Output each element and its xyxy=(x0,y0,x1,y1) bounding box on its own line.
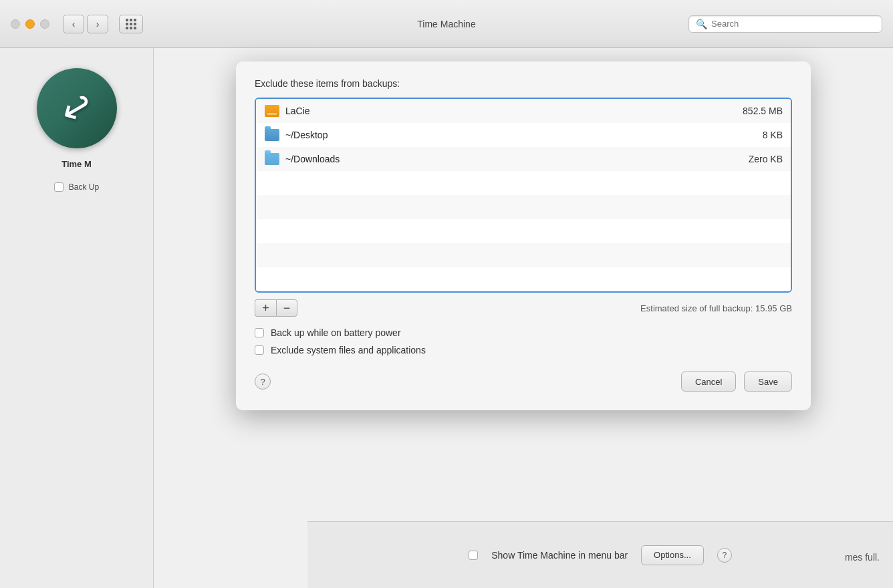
list-item-empty xyxy=(256,219,791,243)
window-title: Time Machine xyxy=(417,19,475,29)
search-box[interactable]: 🔍 xyxy=(688,15,882,33)
titlebar: ‹ › Time Machine 🔍 xyxy=(0,0,893,48)
file-name: ~/Desktop xyxy=(285,130,763,140)
folder-icon xyxy=(264,128,280,142)
save-button[interactable]: Save xyxy=(744,372,792,392)
drive-icon xyxy=(264,104,280,118)
system-label: Exclude system files and applications xyxy=(271,345,426,355)
add-exclusion-button[interactable]: + xyxy=(255,299,276,317)
list-item[interactable]: LaCie 852.5 MB xyxy=(256,99,791,123)
show-menubar-label: Show Time Machine in menu bar xyxy=(491,550,628,561)
help-button[interactable]: ? xyxy=(255,374,271,390)
file-name: ~/Downloads xyxy=(285,154,749,164)
add-remove-buttons: + − xyxy=(255,299,297,317)
battery-label: Back up while on battery power xyxy=(271,327,401,338)
grid-view-button[interactable] xyxy=(119,15,143,33)
bottom-strip: Show Time Machine in menu bar Options...… xyxy=(307,521,893,588)
forward-button[interactable]: › xyxy=(87,15,108,33)
modal-title: Exclude these items from backups: xyxy=(255,78,400,89)
traffic-lights xyxy=(11,19,49,29)
exclusion-list[interactable]: LaCie 852.5 MB ~/Desktop 8 KB xyxy=(255,98,792,293)
footer-buttons: ? Cancel Save xyxy=(255,372,792,392)
estimate-text: Estimated size of full backup: 15.95 GB xyxy=(640,303,792,313)
show-menubar-checkbox[interactable] xyxy=(469,551,478,560)
partial-text: mes full. xyxy=(845,552,880,563)
options-section: Back up while on battery power Exclude s… xyxy=(255,327,792,355)
nav-buttons: ‹ › xyxy=(63,15,108,33)
file-size: 8 KB xyxy=(763,130,783,140)
folder-dl-icon xyxy=(264,152,280,166)
option-row-system: Exclude system files and applications xyxy=(255,345,792,355)
modal-title-row: Exclude these items from backups: xyxy=(255,78,792,90)
options-button[interactable]: Options... xyxy=(641,545,704,565)
battery-checkbox[interactable] xyxy=(255,328,264,337)
dialog-panel: Exclude these items from backups: LaCie … xyxy=(154,48,893,588)
close-button[interactable] xyxy=(11,19,20,29)
modal-overlay: Exclude these items from backups: LaCie … xyxy=(154,48,893,521)
file-size: Zero KB xyxy=(749,154,783,164)
main-content: ↩ Time M Back Up Exclude these items fro… xyxy=(0,48,893,588)
list-item-empty xyxy=(256,267,791,291)
search-icon: 🔍 xyxy=(696,19,707,29)
backup-checkbox[interactable] xyxy=(54,182,63,192)
option-row-battery: Back up while on battery power xyxy=(255,327,792,338)
list-item-empty xyxy=(256,171,791,195)
list-item[interactable]: ~/Desktop 8 KB xyxy=(256,123,791,147)
help-bottom-button[interactable]: ? xyxy=(717,548,732,563)
modal-box: Exclude these items from backups: LaCie … xyxy=(236,61,811,410)
tm-arrow-icon: ↩ xyxy=(53,84,100,132)
list-item-empty xyxy=(256,243,791,267)
minimize-button[interactable] xyxy=(25,19,35,29)
list-item-empty xyxy=(256,195,791,219)
file-size: 852.5 MB xyxy=(743,106,783,116)
maximize-button[interactable] xyxy=(40,19,49,29)
file-name: LaCie xyxy=(285,106,743,116)
back-button[interactable]: ‹ xyxy=(63,15,84,33)
grid-icon xyxy=(126,19,136,29)
bottom-bar: + − Estimated size of full backup: 15.95… xyxy=(255,299,792,317)
tm-icon-container: ↩ xyxy=(37,68,117,148)
sidebar: ↩ Time M Back Up xyxy=(0,48,154,588)
list-item[interactable]: ~/Downloads Zero KB xyxy=(256,147,791,171)
remove-exclusion-button[interactable]: − xyxy=(276,299,297,317)
cancel-button[interactable]: Cancel xyxy=(681,372,736,392)
backup-row: Back Up xyxy=(43,182,110,192)
backup-label: Back Up xyxy=(69,182,99,192)
tm-app-icon: ↩ xyxy=(37,68,117,148)
search-input[interactable] xyxy=(711,19,875,29)
system-checkbox[interactable] xyxy=(255,345,264,355)
app-name-label: Time M xyxy=(61,159,92,169)
